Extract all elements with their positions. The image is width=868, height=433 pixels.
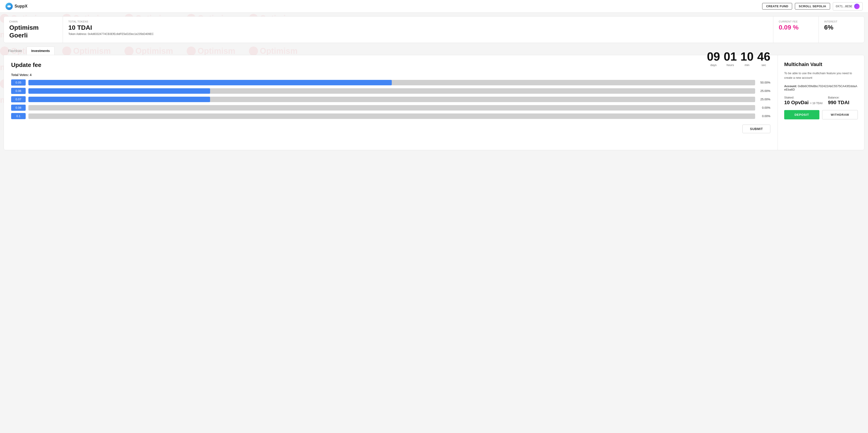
wallet-address-text: 0X71...8E5E <box>836 4 852 8</box>
chain-section: Chain Optimism Goerli <box>4 16 63 43</box>
info-bar: Chain Optimism Goerli Total Tokens 10 TD… <box>4 16 864 43</box>
left-panel: Update fee 09 days 01 hours 10 min <box>4 55 778 150</box>
fee-label: Current Fee <box>779 20 813 23</box>
vote-rows: 0.05 50.00% 0.06 25.00% 0.07 25.00% 0.08… <box>11 79 770 119</box>
interest-value: 6% <box>824 24 859 31</box>
vote-percent: 0.00% <box>758 106 770 109</box>
content-area: Update fee 09 days 01 hours 10 min <box>4 55 864 150</box>
update-fee-title: Update fee <box>11 62 41 69</box>
total-votes: Total Votes: 4 <box>11 73 770 77</box>
scroll-sepolia-button[interactable]: SCROLL SEPOLIA <box>795 3 830 9</box>
fee-section: Current Fee 0.09 % <box>773 16 819 43</box>
balance-block: Balance: 990 TDAI <box>828 96 849 105</box>
vote-bar-fill <box>28 97 210 102</box>
vote-bar-fill <box>28 88 210 94</box>
interest-section: Interest 6% <box>819 16 864 43</box>
countdown-min-value: 10 <box>740 51 753 62</box>
vote-percent: 50.00% <box>758 81 770 84</box>
vote-percent: 25.00% <box>758 98 770 101</box>
staked-eq: = 10 TDAI <box>810 102 823 105</box>
right-panel: Multichain Vault To be able to use the m… <box>778 55 864 150</box>
svg-point-0 <box>7 5 11 7</box>
tokens-section: Total Tokens 10 TDAI Token Address: 0x4d… <box>63 16 773 43</box>
header: SuppX CREATE FUND SCROLL SEPOLIA 0X71...… <box>0 0 868 13</box>
vote-label: 0.05 <box>11 79 26 86</box>
withdraw-button[interactable]: WITHDRAW <box>822 110 858 120</box>
account-label: Account: <box>784 85 797 88</box>
account-line: Account: 0xBb6Cf0feBbc702422AbC5575CA43f… <box>784 85 858 91</box>
vault-buttons: DEPOSIT WITHDRAW <box>784 110 858 120</box>
vote-bar-container <box>28 88 755 94</box>
vote-bar-container <box>28 105 755 110</box>
app-title: SuppX <box>14 4 28 9</box>
balance-value: 990 TDAI <box>828 100 849 105</box>
vote-row[interactable]: 0.05 50.00% <box>11 79 770 86</box>
vote-label: 0.06 <box>11 88 26 94</box>
vote-row[interactable]: 0.06 25.00% <box>11 88 770 94</box>
chain-value: Optimism Goerli <box>9 24 57 39</box>
vault-description: To be able to use the multichain feature… <box>784 71 858 80</box>
tokens-label: Total Tokens <box>68 20 768 23</box>
logo-icon <box>5 3 13 10</box>
staked-block: Staked: 10 OpvDai = 10 TDAI <box>784 96 823 105</box>
countdown: 09 days 01 hours 10 min 46 sec <box>707 51 770 67</box>
tokens-value: 10 TDAI <box>68 24 768 32</box>
chain-label: Chain <box>9 20 57 23</box>
fee-value: 0.09 % <box>779 24 813 31</box>
countdown-days-label: days <box>707 63 720 67</box>
countdown-sec-value: 46 <box>757 51 770 62</box>
tab-investments[interactable]: Investments <box>27 46 55 55</box>
tab-flashloan[interactable]: Flashloan <box>4 46 27 55</box>
create-fund-button[interactable]: CREATE FUND <box>762 3 792 9</box>
total-votes-label: Total Votes: <box>11 73 29 77</box>
vote-bar-fill <box>28 80 392 85</box>
countdown-min: 10 min <box>740 51 753 67</box>
countdown-hours-label: hours <box>723 63 737 67</box>
vault-title: Multichain Vault <box>784 62 858 67</box>
submit-area: SUBMIT <box>11 125 770 133</box>
vote-percent: 25.00% <box>758 89 770 93</box>
countdown-hours-value: 01 <box>723 51 737 62</box>
logo-area: SuppX <box>5 3 28 10</box>
countdown-days-value: 09 <box>707 51 720 62</box>
vote-percent: 0.00% <box>758 114 770 118</box>
vote-bar-container <box>28 113 755 119</box>
vote-row[interactable]: 0.1 0.00% <box>11 113 770 119</box>
staking-row: Staked: 10 OpvDai = 10 TDAI Balance: 990… <box>784 96 858 105</box>
interest-label: Interest <box>824 20 859 23</box>
countdown-min-label: min <box>740 63 753 67</box>
main-content: Chain Optimism Goerli Total Tokens 10 TD… <box>0 13 868 154</box>
vote-label: 0.1 <box>11 113 26 119</box>
deposit-button[interactable]: DEPOSIT <box>784 110 819 120</box>
vote-row[interactable]: 0.07 25.00% <box>11 96 770 102</box>
countdown-sec-label: sec <box>757 63 770 67</box>
countdown-sec: 46 sec <box>757 51 770 67</box>
staked-value: 10 OpvDai = 10 TDAI <box>784 100 823 105</box>
vote-label: 0.08 <box>11 105 26 111</box>
vote-bar-container <box>28 80 755 85</box>
staked-label: Staked: <box>784 96 823 99</box>
token-address: Token Address: 0x4d83324774CB3EfEc8dFE5e… <box>68 32 768 36</box>
total-votes-count: 4 <box>30 73 32 77</box>
header-actions: CREATE FUND SCROLL SEPOLIA 0X71...8E5E <box>762 2 863 10</box>
countdown-days: 09 days <box>707 51 720 67</box>
submit-button[interactable]: SUBMIT <box>742 125 770 133</box>
countdown-hours: 01 hours <box>723 51 737 67</box>
vote-label: 0.07 <box>11 96 26 102</box>
vote-row[interactable]: 0.08 0.00% <box>11 105 770 111</box>
vote-bar-container <box>28 97 755 102</box>
wallet-address-display[interactable]: 0X71...8E5E <box>833 2 863 10</box>
wallet-avatar <box>854 4 860 9</box>
balance-label: Balance: <box>828 96 849 99</box>
